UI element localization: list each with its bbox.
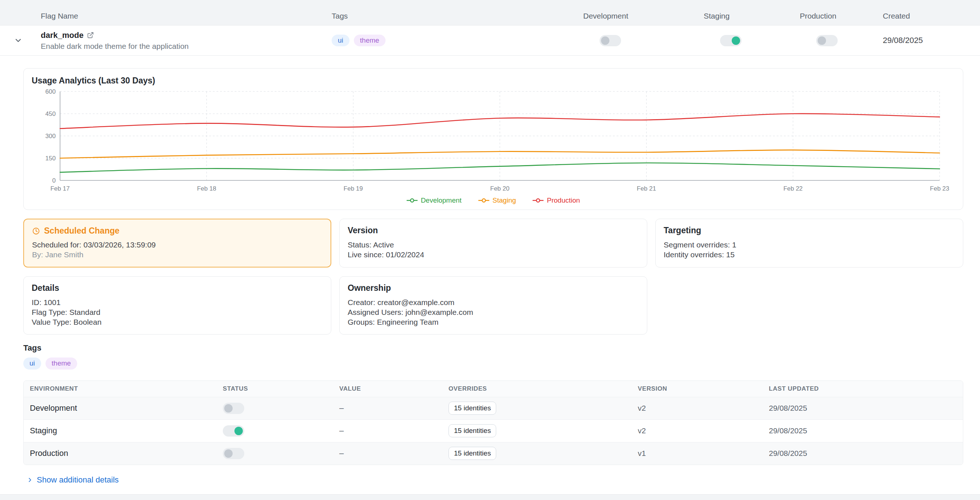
analytics-title: Usage Analytics (Last 30 Days) bbox=[32, 76, 955, 86]
value-type: Value Type: Boolean bbox=[32, 317, 323, 327]
header-tags: Tags bbox=[332, 12, 583, 21]
production-status-toggle[interactable] bbox=[223, 448, 244, 459]
overrides-badge[interactable]: 15 identities bbox=[449, 424, 496, 437]
tag-pill: ui bbox=[23, 358, 41, 369]
legend-label: Development bbox=[421, 196, 461, 204]
env-header-last-updated: LAST UPDATED bbox=[769, 385, 963, 393]
svg-text:Feb 22: Feb 22 bbox=[783, 185, 803, 192]
env-name: Development bbox=[30, 403, 223, 413]
development-toggle[interactable] bbox=[600, 35, 621, 46]
chevron-down-icon bbox=[14, 36, 22, 45]
svg-text:Feb 23: Feb 23 bbox=[930, 185, 950, 192]
environment-table-header: ENVIRONMENT STATUS VALUE OVERRIDES VERSI… bbox=[24, 381, 963, 397]
development-toggle-cell bbox=[583, 35, 704, 46]
table-row: Development – 15 identities v2 29/08/202… bbox=[24, 397, 963, 420]
tag-pill: theme bbox=[46, 358, 77, 369]
env-last-updated: 29/08/2025 bbox=[769, 427, 963, 435]
env-header-status: STATUS bbox=[223, 385, 339, 393]
header-flag-name: Flag Name bbox=[0, 12, 332, 21]
legend-marker-icon bbox=[407, 198, 418, 203]
details-title: Details bbox=[32, 283, 323, 293]
overrides-badge[interactable]: 15 identities bbox=[449, 402, 496, 415]
svg-text:600: 600 bbox=[46, 88, 56, 95]
toggle-knob bbox=[818, 37, 826, 45]
toggle-knob bbox=[224, 449, 232, 458]
created-date: 29/08/2025 bbox=[883, 36, 980, 45]
identity-overrides: Identity overrides: 15 bbox=[663, 250, 955, 259]
targeting-title: Targeting bbox=[663, 225, 955, 235]
flag-row[interactable]: dark_mode Enable dark mode theme for the… bbox=[0, 25, 980, 56]
staging-toggle[interactable] bbox=[720, 35, 741, 46]
development-status-toggle[interactable] bbox=[223, 403, 244, 414]
legend-marker-icon bbox=[478, 198, 489, 203]
toggle-knob bbox=[601, 37, 609, 45]
version-status: Status: Active bbox=[348, 240, 639, 250]
flag-description: Enable dark mode theme for the applicati… bbox=[41, 42, 332, 51]
env-value: – bbox=[339, 426, 449, 436]
env-value: – bbox=[339, 449, 449, 458]
details-card: Details ID: 1001 Flag Type: Standard Val… bbox=[23, 276, 331, 335]
ownership-card: Ownership Creator: creator@example.com A… bbox=[339, 276, 647, 335]
svg-text:300: 300 bbox=[46, 133, 56, 140]
env-header-overrides: OVERRIDES bbox=[449, 385, 638, 393]
segment-overrides: Segment overrides: 1 bbox=[663, 240, 955, 250]
env-last-updated: 29/08/2025 bbox=[769, 449, 963, 458]
chevron-right-icon bbox=[27, 477, 33, 483]
flag-detail-panel: Usage Analytics (Last 30 Days) 015030045… bbox=[0, 56, 980, 495]
table-row: Production – 15 identities v1 29/08/2025 bbox=[24, 442, 963, 465]
flag-row-tags: ui theme bbox=[332, 35, 583, 46]
summary-cards-row-2: Details ID: 1001 Flag Type: Standard Val… bbox=[23, 276, 963, 335]
version-live-since: Live since: 01/02/2024 bbox=[348, 250, 639, 259]
svg-text:Feb 18: Feb 18 bbox=[197, 185, 216, 192]
flag-type: Flag Type: Standard bbox=[32, 307, 323, 317]
external-link-icon[interactable] bbox=[87, 32, 94, 38]
svg-text:Feb 20: Feb 20 bbox=[490, 185, 510, 192]
overrides-badge[interactable]: 15 identities bbox=[449, 447, 496, 460]
env-version: v1 bbox=[638, 449, 769, 458]
flag-id: ID: 1001 bbox=[32, 297, 323, 307]
show-additional-details-link[interactable]: Show additional details bbox=[23, 475, 119, 485]
legend-item-development: Development bbox=[407, 196, 461, 204]
svg-text:450: 450 bbox=[46, 110, 56, 117]
env-name: Production bbox=[30, 449, 223, 458]
production-toggle[interactable] bbox=[816, 35, 838, 46]
tags-section: Tags ui theme bbox=[23, 343, 963, 369]
legend-item-production: Production bbox=[533, 196, 580, 204]
env-version: v2 bbox=[638, 404, 769, 412]
svg-text:Feb 21: Feb 21 bbox=[637, 185, 656, 192]
show-additional-details-label: Show additional details bbox=[37, 475, 119, 485]
summary-cards-row-1: Scheduled Change Scheduled for: 03/03/20… bbox=[23, 219, 963, 267]
env-value: – bbox=[339, 403, 449, 413]
env-version: v2 bbox=[638, 427, 769, 435]
tag-pill: ui bbox=[332, 35, 350, 46]
env-name: Staging bbox=[30, 426, 223, 436]
svg-text:Feb 19: Feb 19 bbox=[344, 185, 363, 192]
header-production: Production bbox=[800, 12, 883, 21]
legend-label: Production bbox=[547, 196, 580, 204]
scheduled-change-card: Scheduled Change Scheduled for: 03/03/20… bbox=[23, 219, 331, 267]
environment-table: ENVIRONMENT STATUS VALUE OVERRIDES VERSI… bbox=[23, 380, 963, 465]
clock-icon bbox=[32, 227, 40, 235]
env-header-version: VERSION bbox=[638, 385, 769, 393]
header-created: Created bbox=[883, 12, 980, 21]
collapse-row-button[interactable] bbox=[14, 36, 22, 45]
toggle-knob bbox=[224, 404, 232, 412]
legend-label: Staging bbox=[493, 196, 516, 204]
version-card: Version Status: Active Live since: 01/02… bbox=[339, 219, 647, 267]
env-header-value: VALUE bbox=[339, 385, 449, 393]
header-development: Development bbox=[583, 12, 704, 21]
table-row: Staging – 15 identities v2 29/08/2025 bbox=[24, 420, 963, 442]
ownership-creator: Creator: creator@example.com bbox=[348, 297, 639, 307]
tag-pill: theme bbox=[354, 35, 385, 46]
legend-item-staging: Staging bbox=[478, 196, 516, 204]
staging-toggle-cell bbox=[704, 35, 800, 46]
env-header-environment: ENVIRONMENT bbox=[30, 385, 223, 393]
ownership-title: Ownership bbox=[348, 283, 639, 293]
usage-analytics-card: Usage Analytics (Last 30 Days) 015030045… bbox=[23, 68, 963, 210]
staging-status-toggle[interactable] bbox=[223, 425, 244, 436]
header-staging: Staging bbox=[704, 12, 800, 21]
toggle-knob bbox=[234, 427, 243, 435]
chart-legend: DevelopmentStagingProduction bbox=[32, 196, 955, 204]
legend-marker-icon bbox=[533, 198, 544, 203]
scheduled-by: By: Jane Smith bbox=[32, 250, 323, 259]
